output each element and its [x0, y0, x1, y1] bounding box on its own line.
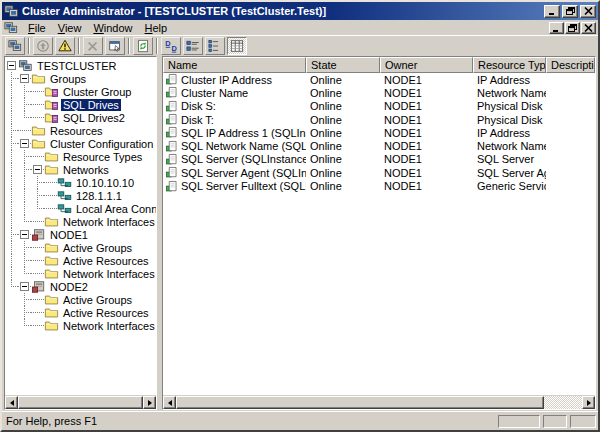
- tree-item-local-area-connection[interactable]: Local Area Connection: [5, 202, 156, 215]
- tree-item-groups[interactable]: Groups: [5, 72, 156, 85]
- resource-icon: [165, 153, 179, 166]
- mdi-close-button[interactable]: [581, 22, 596, 34]
- resource-row[interactable]: SQL Server (SQLInstance1)OnlineNODE1SQL …: [163, 153, 595, 166]
- tree-guide: [18, 176, 31, 189]
- mdi-restore-button[interactable]: [565, 22, 580, 34]
- resource-row[interactable]: SQL Server Fulltext (SQLInstance1)Online…: [163, 179, 595, 192]
- tree-item-testcluster[interactable]: TESTCLUSTER: [5, 59, 156, 72]
- folder-icon: [31, 137, 46, 151]
- open-connection-button[interactable]: [5, 37, 25, 55]
- tree-item-node1[interactable]: NODE1: [5, 228, 156, 241]
- scroll-left-button[interactable]: [5, 396, 18, 409]
- details-view-button[interactable]: [227, 37, 247, 55]
- menu-file[interactable]: File: [22, 21, 52, 35]
- column-header-resource-type[interactable]: Resource Type: [473, 57, 546, 73]
- column-header-owner[interactable]: Owner: [380, 57, 473, 73]
- status-text: For Help, press F1: [6, 415, 495, 427]
- list-header: NameStateOwnerResource TypeDescription: [163, 57, 595, 73]
- column-header-description[interactable]: Description: [546, 57, 595, 73]
- bring-online-button[interactable]: [33, 37, 53, 55]
- tree-item-10-10-10-10[interactable]: 10.10.10.10: [5, 176, 156, 189]
- tree-item-network-interfaces[interactable]: Network Interfaces: [5, 267, 156, 280]
- tree-guide: [18, 98, 31, 111]
- list-horizontal-scrollbar[interactable]: [163, 395, 595, 409]
- app-icon: [4, 4, 19, 18]
- properties-button[interactable]: [105, 37, 125, 55]
- tree-connector: [44, 176, 57, 189]
- large-icons-button[interactable]: DD: [161, 37, 181, 55]
- folder-icon: [44, 293, 59, 307]
- tree-item-cluster-group[interactable]: Cluster Group: [5, 85, 156, 98]
- small-icons-icon: [186, 39, 200, 53]
- tree-guide: [5, 98, 18, 111]
- resource-row[interactable]: Disk S:OnlineNODE1Physical Disk: [163, 100, 595, 113]
- refresh-button[interactable]: [133, 37, 153, 55]
- scroll-right-button[interactable]: [143, 396, 156, 409]
- tree-item-128-1-1-1[interactable]: 128.1.1.1: [5, 189, 156, 202]
- tree-item-active-resources[interactable]: Active Resources: [5, 254, 156, 267]
- scrollbar-thumb[interactable]: [18, 396, 143, 409]
- tree-item-network-interfaces[interactable]: Network Interfaces: [5, 319, 156, 332]
- tree-connector: [44, 189, 57, 202]
- tree-item-active-groups[interactable]: Active Groups: [5, 293, 156, 306]
- delete-button[interactable]: [83, 37, 103, 55]
- tree-horizontal-scrollbar[interactable]: [5, 395, 156, 409]
- take-offline-button[interactable]: [55, 37, 75, 55]
- group-icon: [44, 98, 59, 112]
- tree-expander[interactable]: [18, 72, 31, 85]
- network-icon: [57, 189, 72, 203]
- menu-window[interactable]: Window: [87, 21, 138, 35]
- menu-help[interactable]: Help: [139, 21, 174, 35]
- resource-row[interactable]: Cluster IP AddressOnlineNODE1IP Address: [163, 73, 595, 86]
- restore-button[interactable]: [562, 5, 578, 18]
- resource-name: SQL Server (SQLInstance1): [163, 153, 306, 166]
- mdi-minimize-button[interactable]: [549, 22, 564, 34]
- tree-item-label: Networks: [61, 164, 111, 176]
- resource-row[interactable]: Disk T:OnlineNODE1Physical Disk: [163, 113, 595, 126]
- resource-name: SQL Network Name (SQLInstance1): [163, 140, 306, 153]
- mdi-child-icon[interactable]: [4, 21, 18, 34]
- tree-item-active-groups[interactable]: Active Groups: [5, 241, 156, 254]
- main-area: TESTCLUSTERGroupsCluster GroupSQL Drives…: [2, 55, 598, 411]
- resource-state: Online: [306, 74, 380, 86]
- minimize-button[interactable]: [544, 5, 560, 18]
- menu-view[interactable]: View: [52, 21, 88, 35]
- tree-item-sql-drives[interactable]: SQL Drives: [5, 98, 156, 111]
- tree-guide: [18, 150, 31, 163]
- tree-expander[interactable]: [18, 280, 31, 293]
- tree-item-node2[interactable]: NODE2: [5, 280, 156, 293]
- tree-guide: [5, 254, 18, 267]
- tree-item-network-interfaces[interactable]: Network Interfaces: [5, 215, 156, 228]
- large-icons-icon: DD: [164, 39, 178, 53]
- tree-item-resources[interactable]: Resources: [5, 124, 156, 137]
- resource-row[interactable]: SQL Network Name (SQLInstance1)OnlineNOD…: [163, 139, 595, 152]
- resource-row[interactable]: SQL Server Agent (SQLInstance1)OnlineNOD…: [163, 166, 595, 179]
- close-button[interactable]: [580, 5, 596, 18]
- tree-item-cluster-configuration[interactable]: Cluster Configuration: [5, 137, 156, 150]
- resource-row[interactable]: Cluster NameOnlineNODE1Network Name: [163, 86, 595, 99]
- title-bar[interactable]: Cluster Administrator - [TESTCLUSTER (Te…: [2, 2, 598, 20]
- tree-item-resource-types[interactable]: Resource Types: [5, 150, 156, 163]
- tree-guide: [5, 241, 18, 254]
- tree-expander[interactable]: [31, 163, 44, 176]
- tree-expander[interactable]: [18, 137, 31, 150]
- folder-icon: [44, 254, 59, 268]
- list-view-button[interactable]: [205, 37, 225, 55]
- tree-expander[interactable]: [5, 59, 18, 72]
- scrollbar-thumb[interactable]: [176, 396, 544, 409]
- resource-icon: [165, 113, 179, 126]
- small-icons-button[interactable]: [183, 37, 203, 55]
- scroll-left-button[interactable]: [163, 396, 176, 409]
- resource-row[interactable]: SQL IP Address 1 (SQLInstance1)OnlineNOD…: [163, 126, 595, 139]
- tree-item-active-resources[interactable]: Active Resources: [5, 306, 156, 319]
- tree-expander[interactable]: [18, 228, 31, 241]
- column-header-name[interactable]: Name: [163, 57, 306, 73]
- tree-item-sql-drives2[interactable]: SQL Drives2: [5, 111, 156, 124]
- scroll-right-button[interactable]: [582, 396, 595, 409]
- cluster-administrator-window: Cluster Administrator - [TESTCLUSTER (Te…: [0, 0, 600, 432]
- tree-item-networks[interactable]: Networks: [5, 163, 156, 176]
- group-icon: [44, 111, 59, 125]
- properties-icon: [108, 39, 122, 53]
- scrollbar-track[interactable]: [544, 396, 582, 409]
- column-header-state[interactable]: State: [306, 57, 380, 73]
